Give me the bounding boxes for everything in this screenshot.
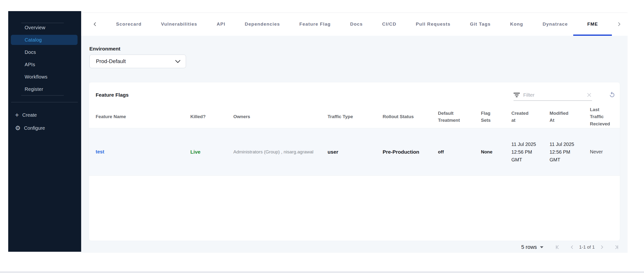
environment-select[interactable]: Prod-Default	[90, 54, 186, 68]
sidebar-divider	[11, 102, 78, 102]
tab-kong[interactable]: Kong	[508, 12, 525, 36]
sidebar-item-overview[interactable]: Overview	[25, 25, 46, 30]
close-icon	[586, 92, 592, 98]
clear-filter-button[interactable]	[586, 92, 592, 98]
sidebar-active-highlight[interactable]	[11, 35, 78, 45]
column-header-rollout-status[interactable]: Rollout Status	[383, 113, 438, 120]
tab-feature-flag[interactable]: Feature Flag	[297, 12, 333, 36]
first-page-button[interactable]	[554, 244, 560, 250]
column-header-feature-name[interactable]: Feature Name	[96, 113, 190, 120]
sidebar: Overview Catalog Docs APIs Workflows Reg…	[8, 11, 81, 252]
owners-cell: Administrators (Group) , nisarg.agrawal	[233, 149, 328, 154]
create-label: Create	[22, 112, 37, 118]
sidebar-item-docs[interactable]: Docs	[25, 50, 36, 55]
chevron-left-icon	[92, 22, 98, 27]
sidebar-divider	[21, 95, 64, 96]
column-header-modified-at[interactable]: Modified At	[550, 110, 590, 124]
table-row[interactable]: test Live Administrators (Group) , nisar…	[89, 128, 620, 176]
plus-icon: +	[15, 112, 19, 118]
column-header-killed[interactable]: Killed?	[190, 113, 233, 120]
tabs-scroll-left-button[interactable]	[91, 12, 98, 36]
configure-label: Configure	[24, 126, 45, 131]
sidebar-item-register[interactable]: Register	[25, 86, 43, 92]
flag-sets-cell: None	[481, 149, 512, 154]
pagination-range-label: 1-1 of 1	[579, 244, 595, 250]
default-treatment-cell: off	[438, 149, 481, 154]
gear-icon: ⚙	[15, 125, 20, 131]
caret-down-icon	[540, 246, 544, 248]
tab-api[interactable]: API	[215, 12, 227, 36]
tab-vulnerabilities[interactable]: Vulnerabilities	[159, 12, 199, 36]
sidebar-divider	[21, 23, 64, 23]
app-window: Overview Catalog Docs APIs Workflows Reg…	[0, 0, 644, 273]
sidebar-item-catalog[interactable]: Catalog	[25, 37, 42, 43]
tab-scorecard[interactable]: Scorecard	[114, 12, 144, 36]
traffic-type-cell: user	[328, 149, 383, 155]
created-at-cell: 11 Jul 2025 12:56 PM GMT	[512, 140, 550, 164]
main-content: Environment Prod-Default Feature Flags F…	[81, 36, 628, 253]
horizontal-scrollbar-track[interactable]	[0, 271, 644, 273]
tab-dependencies[interactable]: Dependencies	[243, 12, 282, 36]
environment-label: Environment	[90, 46, 120, 52]
filter-field	[514, 90, 592, 101]
chevron-down-icon	[175, 60, 180, 63]
sidebar-create-button[interactable]: + Create	[15, 112, 37, 118]
tab-bar: Scorecard Vulnerabilities API Dependenci…	[81, 11, 644, 36]
previous-page-button[interactable]	[569, 244, 575, 250]
sidebar-item-apis[interactable]: APIs	[25, 62, 35, 68]
tab-cicd[interactable]: CI/CD	[380, 12, 398, 36]
column-header-default-treatment[interactable]: Default Treatment	[438, 110, 481, 124]
column-header-flag-sets[interactable]: Flag Sets	[481, 110, 512, 124]
tab-docs[interactable]: Docs	[348, 12, 365, 36]
card-title: Feature Flags	[96, 92, 129, 98]
rollout-status-cell: Pre-Production	[383, 149, 438, 155]
chevron-right-icon	[599, 244, 605, 250]
refresh-icon	[608, 91, 616, 99]
tabs-scroll-right-button[interactable]	[616, 12, 623, 36]
tab-fme[interactable]: FME	[585, 12, 600, 36]
column-header-created-at[interactable]: Created at	[512, 110, 550, 124]
last-page-icon	[614, 244, 620, 250]
environment-selected-value: Prod-Default	[96, 58, 175, 64]
pagination-bar: 5 rows 1-1 of 1	[521, 242, 620, 253]
filter-icon	[514, 92, 520, 98]
rows-per-page-value: 5 rows	[521, 244, 537, 250]
feature-name-link[interactable]: test	[96, 149, 190, 154]
chevron-right-icon	[616, 22, 622, 27]
next-page-button[interactable]	[599, 244, 605, 250]
modified-at-cell: 11 Jul 2025 12:56 PM GMT	[550, 140, 590, 164]
tab-git-tags[interactable]: Git Tags	[468, 12, 492, 36]
column-header-last-traffic-recieved[interactable]: Last Traffic Recieved	[590, 106, 613, 127]
tab-dynatrace[interactable]: Dynatrace	[540, 12, 570, 36]
rows-per-page-select[interactable]: 5 rows	[521, 244, 544, 250]
killed-status: Live	[190, 149, 233, 155]
tab-pull-requests[interactable]: Pull Requests	[414, 12, 452, 36]
column-header-owners[interactable]: Owners	[233, 113, 328, 120]
refresh-button[interactable]	[608, 91, 616, 100]
column-header-traffic-type[interactable]: Traffic Type	[328, 113, 383, 120]
filter-input[interactable]	[523, 92, 583, 98]
first-page-icon	[554, 244, 560, 250]
last-traffic-cell: Never	[590, 149, 613, 154]
sidebar-item-workflows[interactable]: Workflows	[25, 74, 48, 80]
table-header-row: Feature Name Killed? Owners Traffic Type…	[89, 105, 620, 128]
chevron-left-icon	[569, 244, 575, 250]
feature-flags-card: Feature Flags Feature Name Killed? Owner…	[89, 82, 620, 241]
sidebar-configure-button[interactable]: ⚙ Configure	[15, 125, 45, 131]
last-page-button[interactable]	[614, 244, 620, 250]
